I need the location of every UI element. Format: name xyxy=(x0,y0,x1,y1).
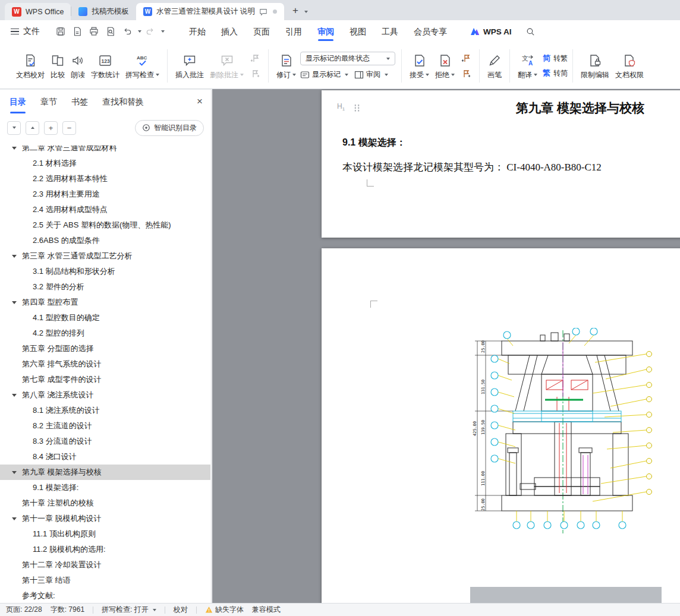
search-button[interactable] xyxy=(522,23,539,40)
toc-item[interactable]: 参考文献: xyxy=(0,588,210,603)
toc-item[interactable]: 2.4 选用材料成型特点 xyxy=(0,202,210,217)
smart-toc-button[interactable]: 智能识别目录 xyxy=(135,120,204,136)
show-markup-button[interactable]: 显示标记 xyxy=(300,70,348,80)
file-menu-button[interactable]: 文件 xyxy=(6,23,45,40)
print-button[interactable] xyxy=(86,24,102,39)
undo-caret-icon[interactable] xyxy=(138,30,141,33)
to-simplified-button[interactable]: 繁 转简 xyxy=(543,68,568,78)
tab-list-caret-icon[interactable] xyxy=(304,11,308,13)
read-aloud-button[interactable]: 朗读 xyxy=(68,46,88,86)
undo-button[interactable] xyxy=(119,24,135,39)
collapse-all-button[interactable] xyxy=(26,121,39,135)
sidebar-tab[interactable]: 目录 xyxy=(10,97,26,108)
toc-item[interactable]: 第八章 浇注系统设计 xyxy=(0,387,210,403)
accept-button[interactable]: 接受 xyxy=(407,46,432,86)
menu-tab[interactable]: 工具 xyxy=(374,20,406,43)
toc-item[interactable]: 8.4 浇口设计 xyxy=(0,449,210,465)
doc-proof-button[interactable]: 文档校对 xyxy=(13,46,48,86)
tab-template-doc[interactable]: 找稿壳模板 xyxy=(71,3,136,20)
next-comment-button[interactable] xyxy=(248,68,262,79)
compare-button[interactable]: 比较 xyxy=(48,46,68,86)
spell-check-status[interactable]: 拼写检查: 打开 xyxy=(102,605,156,615)
toc-item[interactable]: 第三章 水管三通管成型工艺分析 xyxy=(0,248,210,264)
toc-item[interactable]: 8.2 主流道的设计 xyxy=(0,418,210,434)
print-preview-button[interactable] xyxy=(103,24,118,39)
proofread-button[interactable]: 校对 xyxy=(174,605,188,615)
next-revision-button[interactable] xyxy=(459,68,473,79)
toc-item[interactable]: 11.1 顶出机构原则 xyxy=(0,526,210,542)
menu-tab[interactable]: 开始 xyxy=(181,20,213,43)
reject-button[interactable]: 拒绝 xyxy=(432,46,458,86)
new-tab-button[interactable]: + xyxy=(288,3,303,18)
sidebar-tab[interactable]: 书签 xyxy=(71,97,88,108)
toc-item[interactable]: 4.1 型腔数目的确定 xyxy=(0,310,210,326)
toc-item[interactable]: 2.5 关于 ABS 塑料的数据(物理、热性能) xyxy=(0,217,210,233)
redo-caret-icon[interactable] xyxy=(161,30,165,33)
toc-item[interactable]: 第二章 水管三通管成型材料 xyxy=(0,146,210,156)
document-page-2[interactable]: 425.00 25.00 131.50 139.50 111.00 25.00 xyxy=(322,248,680,603)
word-count-label: 字数统计 xyxy=(91,71,119,78)
page-indicator[interactable]: 页面: 22/28 xyxy=(6,605,42,615)
export-pdf-button[interactable] xyxy=(70,24,85,39)
comment-bubble-icon[interactable] xyxy=(259,8,267,16)
compat-mode-indicator[interactable]: 兼容模式 xyxy=(252,605,281,615)
toc-item[interactable]: 4.2 型腔的排列 xyxy=(0,326,210,341)
delete-comment-button[interactable]: 删除批注 xyxy=(207,46,247,86)
zoom-in-toc-button[interactable]: + xyxy=(44,121,58,135)
toc-item[interactable]: 第七章 成型零件的设计 xyxy=(0,372,210,387)
toc-item[interactable]: 第十二章 冷却装置设计 xyxy=(0,557,210,573)
spell-check-button[interactable]: ABC 拼写检查 xyxy=(122,46,162,86)
toc-item[interactable]: 第十一章 脱模机构设计 xyxy=(0,511,210,526)
wps-ai-button[interactable]: WPS AI xyxy=(470,27,512,36)
toc-item[interactable]: 第九章 模架选择与校核 xyxy=(0,465,210,480)
sidebar-tab[interactable]: 章节 xyxy=(40,97,57,108)
translate-button[interactable]: 文 A 翻译 xyxy=(515,46,540,86)
sidebar-tab[interactable]: 查找和替换 xyxy=(102,97,144,108)
previous-revision-icon xyxy=(461,53,471,63)
toc-item[interactable]: 第四章 型腔布置 xyxy=(0,295,210,310)
previous-revision-button[interactable] xyxy=(459,53,473,64)
menu-tab[interactable]: 会员专享 xyxy=(406,20,455,43)
menu-tab[interactable]: 页面 xyxy=(245,20,278,43)
to-traditional-button[interactable]: 简 转繁 xyxy=(543,53,568,64)
redo-button[interactable] xyxy=(143,24,158,39)
markup-state-select[interactable]: 显示标记的最终状态 xyxy=(300,52,395,65)
document-page-1[interactable]: H1 第九章 模架选择与校核 9.1 模架选择： 本设计模架选择龙记模架其型号为… xyxy=(322,90,680,238)
insert-comment-button[interactable]: 插入批注 xyxy=(172,46,207,86)
previous-comment-button[interactable] xyxy=(248,53,262,64)
menu-tab[interactable]: 审阅 xyxy=(310,20,342,43)
toc-item[interactable]: 8.1 浇注系统的设计 xyxy=(0,403,210,418)
toc-item[interactable]: 2.3 用材料主要用途 xyxy=(0,187,210,202)
menu-tab[interactable]: 引用 xyxy=(278,20,310,43)
missing-font-warning[interactable]: 缺失字体 xyxy=(205,605,244,615)
toc-item[interactable]: 3.2 塑件的分析 xyxy=(0,279,210,295)
word-count-button[interactable]: 123 字数统计 xyxy=(88,46,122,86)
sidebar-close-icon[interactable]: × xyxy=(197,96,203,108)
pen-button[interactable]: 画笔 xyxy=(484,46,505,86)
expand-all-button[interactable] xyxy=(7,121,21,135)
menu-tab[interactable]: 插入 xyxy=(213,20,245,43)
tab-wps-office[interactable]: W WPS Office xyxy=(5,3,71,20)
toc-item[interactable]: 2.2 选用材料基本特性 xyxy=(0,171,210,187)
zoom-out-toc-button[interactable]: − xyxy=(62,121,76,135)
doc-permission-button[interactable]: 文档权限 xyxy=(612,46,647,86)
toc-item[interactable]: 2.6ABS 的成型条件 xyxy=(0,233,210,248)
toc-item[interactable]: 第十三章 结语 xyxy=(0,573,210,588)
toc-item[interactable]: 第五章 分型面的选择 xyxy=(0,341,210,356)
document-workspace[interactable]: H1 第九章 模架选择与校核 9.1 模架选择： 本设计模架选择龙记模架其型号为… xyxy=(212,89,680,603)
menu-tab[interactable]: 视图 xyxy=(342,20,374,43)
tab-close-dot[interactable] xyxy=(273,10,277,14)
review-pane-button[interactable]: 审阅 xyxy=(354,70,388,80)
word-count-indicator[interactable]: 字数: 7961 xyxy=(51,605,84,615)
tab-current-doc[interactable]: W 水管三通管注塑模具设计 说明 xyxy=(136,3,284,20)
track-changes-button[interactable]: 修订 xyxy=(273,46,299,86)
toc-item[interactable]: 第六章 排气系统的设计 xyxy=(0,356,210,372)
toc-item[interactable]: 8.3 分流道的设计 xyxy=(0,434,210,449)
toc-item[interactable]: 第十章 注塑机的校核 xyxy=(0,495,210,511)
toc-item[interactable]: 3.1 制品结构和形状分析 xyxy=(0,264,210,279)
restrict-edit-button[interactable]: 限制编辑 xyxy=(578,46,612,86)
toc-item[interactable]: 2.1 材料选择 xyxy=(0,156,210,171)
toc-item[interactable]: 9.1 模架选择: xyxy=(0,480,210,495)
save-button[interactable] xyxy=(53,24,68,39)
toc-item[interactable]: 11.2 脱模机构的选用: xyxy=(0,542,210,557)
